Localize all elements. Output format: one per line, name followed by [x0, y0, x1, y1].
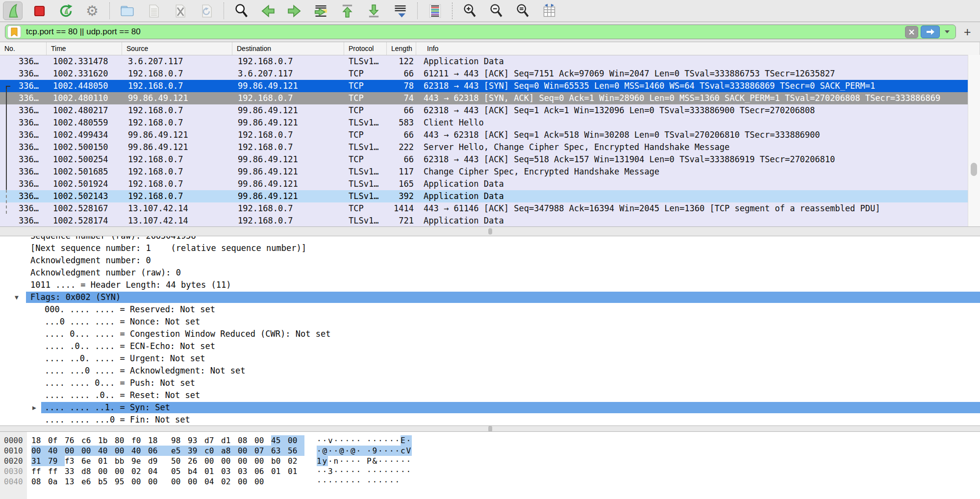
hex-byte[interactable]: 45 — [271, 435, 288, 446]
hex-byte[interactable]: 02 — [288, 456, 304, 466]
hex-byte[interactable]: b0 — [271, 456, 288, 466]
hex-byte[interactable]: 40 — [98, 446, 115, 456]
ascii-char[interactable]: · — [356, 466, 362, 476]
hex-byte[interactable]: 05 — [171, 466, 188, 476]
restart-capture-button[interactable] — [56, 1, 75, 20]
hex-byte[interactable]: d1 — [221, 435, 238, 446]
ascii-char[interactable]: · — [317, 435, 323, 446]
resize-columns-button[interactable] — [539, 1, 559, 20]
column-header-destination[interactable]: Destination — [232, 42, 344, 55]
ascii-char[interactable]: · — [367, 466, 373, 476]
hex-byte[interactable]: 40 — [131, 446, 148, 456]
hex-byte[interactable]: 00 — [98, 466, 115, 476]
packet-row[interactable]: 336…1002.3314783.6.207.117192.168.0.7TLS… — [0, 55, 968, 68]
hex-byte[interactable]: 0a — [48, 476, 65, 487]
detail-row[interactable]: .... .... 0... = Push: Not set — [0, 377, 980, 389]
ascii-char[interactable]: · — [339, 435, 345, 446]
ascii-char[interactable]: · — [356, 476, 362, 487]
detail-row[interactable]: ▼Flags: 0x002 (SYN) — [0, 291, 980, 303]
ascii-char[interactable]: · — [389, 456, 395, 466]
hex-byte[interactable]: bb — [115, 456, 131, 466]
hex-byte[interactable]: 26 — [188, 456, 204, 466]
ascii-char[interactable]: 9 — [373, 446, 378, 456]
hex-byte[interactable]: 08 — [238, 435, 254, 446]
zoom-reset-button[interactable] — [513, 1, 532, 20]
ascii-char[interactable]: · — [373, 476, 378, 487]
hex-byte[interactable]: 33 — [65, 466, 81, 476]
ascii-char[interactable]: & — [373, 456, 378, 466]
detail-row[interactable]: .... 0... .... = Congestion Window Reduc… — [0, 328, 980, 340]
ascii-char[interactable]: · — [389, 466, 395, 476]
ascii-char[interactable]: · — [395, 456, 401, 466]
hex-row[interactable]: 00203179f36e01bb9ed9502600000000b0021y·n… — [0, 456, 980, 466]
hex-byte[interactable]: 02 — [131, 466, 148, 476]
ascii-char[interactable]: y — [323, 456, 328, 466]
ascii-char[interactable]: · — [384, 446, 390, 456]
ascii-char[interactable]: · — [351, 476, 356, 487]
ascii-char[interactable]: E — [401, 435, 406, 446]
hex-byte[interactable]: 18 — [31, 435, 48, 446]
details-bytes-splitter[interactable] — [0, 425, 980, 432]
hex-byte[interactable]: e6 — [81, 476, 98, 487]
filter-add-button[interactable]: + — [962, 26, 973, 38]
hex-byte[interactable]: 63 — [271, 446, 288, 456]
ascii-char[interactable]: · — [351, 466, 356, 476]
ascii-char[interactable]: · — [367, 446, 373, 456]
hex-byte[interactable]: d7 — [204, 435, 221, 446]
hex-byte[interactable]: d8 — [81, 466, 98, 476]
hex-byte[interactable]: 00 — [238, 476, 254, 487]
go-to-first-packet-button[interactable] — [337, 1, 357, 20]
ascii-char[interactable]: · — [406, 456, 412, 466]
hex-byte[interactable]: 00 — [171, 476, 188, 487]
packet-list-scrollbar-thumb[interactable] — [971, 163, 977, 176]
ascii-char[interactable]: · — [334, 446, 340, 456]
start-capture-button[interactable] — [3, 1, 23, 20]
hex-row[interactable]: 0040080a13e6b5950000000004020000········… — [0, 476, 980, 487]
hex-byte[interactable]: 03 — [221, 466, 238, 476]
hex-byte[interactable]: 00 — [254, 456, 271, 466]
hex-byte[interactable]: 00 — [221, 456, 238, 466]
hex-byte[interactable]: 00 — [254, 435, 271, 446]
reload-file-button[interactable] — [197, 1, 216, 20]
hex-byte[interactable]: 1b — [98, 435, 115, 446]
hex-byte[interactable]: 0f — [48, 435, 65, 446]
hex-byte[interactable]: a8 — [221, 446, 238, 456]
ascii-char[interactable]: · — [356, 456, 362, 466]
ascii-char[interactable]: · — [323, 435, 328, 446]
packet-row[interactable]: 336…1002.480217192.168.0.799.86.49.121TC… — [0, 104, 968, 117]
hex-byte[interactable]: 00 — [31, 446, 48, 456]
detail-row[interactable]: ...0 .... .... = Nonce: Not set — [0, 316, 980, 328]
hex-byte[interactable]: 04 — [148, 466, 165, 476]
detail-row[interactable]: Sequence number (raw): 2665041958 — [0, 236, 980, 242]
ascii-char[interactable]: · — [395, 446, 401, 456]
hex-byte[interactable]: 00 — [115, 446, 131, 456]
hex-byte[interactable]: 00 — [188, 476, 204, 487]
ascii-char[interactable]: · — [334, 435, 340, 446]
ascii-char[interactable]: · — [401, 456, 406, 466]
packet-row[interactable]: 336…1002.48011099.86.49.121192.168.0.7TC… — [0, 92, 968, 104]
hex-byte[interactable]: 39 — [188, 446, 204, 456]
ascii-char[interactable]: · — [378, 446, 384, 456]
ascii-char[interactable]: V — [406, 446, 412, 456]
ascii-char[interactable]: · — [384, 476, 390, 487]
hex-byte[interactable]: 00 — [238, 446, 254, 456]
auto-scroll-button[interactable] — [390, 1, 410, 20]
close-file-button[interactable] — [170, 1, 190, 20]
ascii-char[interactable]: · — [367, 435, 373, 446]
filter-bookmark-button[interactable] — [7, 25, 21, 38]
hex-byte[interactable]: 02 — [221, 476, 238, 487]
ascii-char[interactable]: · — [339, 456, 345, 466]
hex-byte[interactable]: 95 — [115, 476, 131, 487]
hex-byte[interactable]: 80 — [115, 435, 131, 446]
ascii-char[interactable]: · — [328, 476, 334, 487]
hex-byte[interactable]: 00 — [148, 476, 165, 487]
ascii-char[interactable]: · — [395, 435, 401, 446]
packet-row[interactable]: 336…1002.500254192.168.0.799.86.49.121TC… — [0, 153, 968, 166]
ascii-char[interactable]: · — [384, 466, 390, 476]
hex-byte[interactable]: 08 — [31, 476, 48, 487]
ascii-char[interactable]: @ — [323, 446, 328, 456]
hex-byte[interactable]: e5 — [171, 446, 188, 456]
ascii-char[interactable]: · — [356, 446, 362, 456]
ascii-char[interactable]: · — [406, 466, 412, 476]
hex-row[interactable]: 0030ffff33d80000020405b4010303060101··3·… — [0, 466, 980, 476]
